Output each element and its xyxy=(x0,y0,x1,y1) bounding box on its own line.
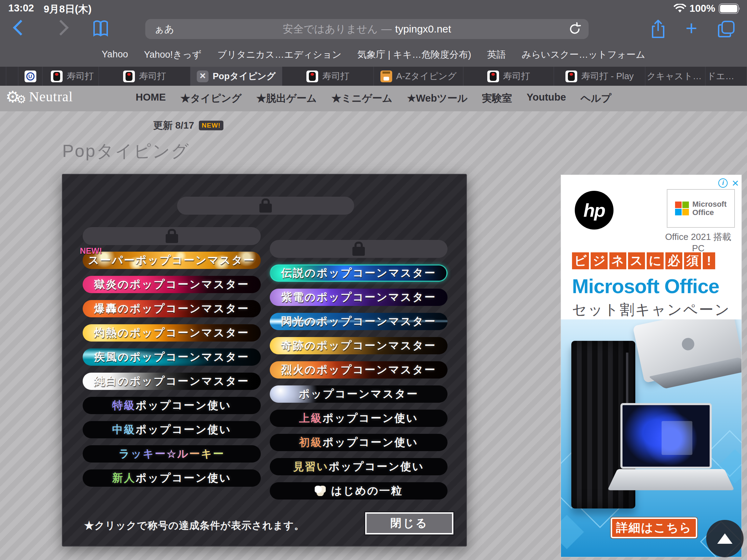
rank-button[interactable]: 奇跡のポップコーンマスター xyxy=(270,337,448,354)
rank-label-segment: ポップコーンマスター xyxy=(299,387,418,401)
modal-footer-note: ★クリックで称号の達成条件が表示されます。 xyxy=(84,519,304,533)
rank-button[interactable]: ポップコーンマスター xyxy=(270,385,448,403)
ad-cta-button[interactable]: 詳細はこちら xyxy=(611,517,697,538)
sushi-favicon xyxy=(487,71,499,82)
banner-tile: ネ xyxy=(609,252,626,269)
url-display: 安全ではありません—typingx0.net xyxy=(145,22,589,36)
tab[interactable] xyxy=(6,67,18,86)
fox-favicon xyxy=(380,71,392,82)
banner-tile: ! xyxy=(703,252,715,269)
rank-label-segment: ポップコーン使い xyxy=(323,411,418,426)
rank-button[interactable]: 閃光のポップコーンマスター xyxy=(270,313,448,330)
favorite-item[interactable]: 英語 xyxy=(487,48,506,61)
nav-item[interactable]: Youtube xyxy=(527,92,566,105)
tab[interactable]: 寿司打 xyxy=(282,67,374,86)
rank-button[interactable]: 純白のポップコーンマスター xyxy=(83,373,261,390)
rank-label-segment: ☆ xyxy=(166,448,177,460)
tab-close-icon[interactable] xyxy=(197,71,209,82)
tab-bar: 寿司打寿司打Popタイピング寿司打A-Zタイピング寿司打寿司打 - Playクキ… xyxy=(0,67,747,86)
tab[interactable]: 寿司打 xyxy=(43,67,99,86)
rank-button[interactable]: 烈火のポップコーンマスター xyxy=(270,361,448,379)
rank-label-segment: ー xyxy=(155,447,166,461)
favorite-item[interactable]: ブリタニカス…エディション xyxy=(218,48,342,61)
rank-button[interactable]: ラッキー☆ルーキー xyxy=(83,445,261,463)
tab-active[interactable]: Popタイピング xyxy=(191,67,282,86)
rank-label-segment: 中級 xyxy=(112,422,136,437)
nav-item[interactable]: ★脱出ゲーム xyxy=(256,92,317,105)
favorite-item[interactable]: みらいスクー…ットフォーム xyxy=(522,48,645,61)
scroll-top-button[interactable] xyxy=(706,520,744,557)
tabs-overview-icon[interactable] xyxy=(717,20,735,38)
nav-item[interactable]: ★Webツール xyxy=(407,92,468,105)
ad-subheadline: セット割キャンペーン xyxy=(572,300,730,319)
tab-label: ドエ… xyxy=(707,70,734,82)
rank-button[interactable]: スーパーポップコーンマスターNEW! xyxy=(83,252,261,269)
forward-button[interactable] xyxy=(53,20,68,35)
site-logo[interactable]: ⚙ ⚙ Neutral xyxy=(6,88,73,105)
popcorn-icon xyxy=(315,486,326,496)
tab-label: クキャスト… xyxy=(647,70,702,82)
ad-close-icon[interactable]: × xyxy=(732,177,739,189)
browser-toolbar: ぁあ 安全ではありません—typingx0.net + xyxy=(0,16,747,42)
rank-button[interactable]: 灼熱のポップコーンマスター xyxy=(83,324,261,342)
tab[interactable] xyxy=(0,67,6,86)
nav-item[interactable]: ★タイピング xyxy=(180,92,241,105)
tab[interactable]: 寿司打 - Play xyxy=(554,67,645,86)
tab-label: 寿司打 xyxy=(322,70,349,82)
rank-button[interactable]: 獄炎のポップコーンマスター xyxy=(83,276,261,293)
favorite-item[interactable]: Yahoo!きっず xyxy=(144,48,201,61)
ad-info-icon[interactable]: i xyxy=(718,178,728,188)
new-tab-icon[interactable]: + xyxy=(685,18,697,38)
favorite-item[interactable]: Yahoo xyxy=(102,49,128,60)
rank-label-segment: ー xyxy=(213,447,225,461)
tab[interactable]: クキャスト… xyxy=(645,67,706,86)
bookmarks-icon[interactable] xyxy=(93,20,109,37)
tab[interactable]: ドエ… xyxy=(706,67,747,86)
locked-rank-slot xyxy=(177,197,354,215)
tab-label: A-Zタイピング xyxy=(396,70,457,82)
rank-label-segment: ッ xyxy=(131,447,143,461)
tab[interactable]: 寿司打 xyxy=(463,67,554,86)
rank-button[interactable]: 新人ポップコーン使い xyxy=(83,469,261,487)
clock: 13:02 xyxy=(8,2,34,16)
page-content: 更新 8/17 NEW! Popタイピング スーパーポップコーンマスターNEW!… xyxy=(0,111,747,560)
hp-advertisement[interactable]: i × hp Microsoft Office Office 2021 搭載PC… xyxy=(561,175,742,557)
update-label: 更新 8/17 xyxy=(153,119,194,132)
sushi-favicon xyxy=(51,71,63,82)
rank-button[interactable]: 中級ポップコーン使い xyxy=(83,421,261,438)
rank-button[interactable]: 伝説のポップコーンマスター xyxy=(270,264,448,282)
ad-headline: Microsoft Office xyxy=(572,274,719,298)
nav-item[interactable]: ヘルプ xyxy=(581,92,611,105)
rank-button[interactable]: はじめの一粒 xyxy=(270,482,448,500)
nav-item[interactable]: ★ミニゲーム xyxy=(331,92,393,105)
back-button[interactable] xyxy=(13,20,28,35)
rank-label-segment: 奇跡のポップコーンマスター xyxy=(281,338,436,353)
rank-button[interactable]: 特級ポップコーン使い xyxy=(83,397,261,414)
rank-label-segment: キ xyxy=(143,447,155,461)
rank-label-segment: ポップコーン使い xyxy=(329,459,424,474)
tab-label: 寿司打 xyxy=(503,70,530,82)
rank-button[interactable]: 疾風のポップコーンマスター xyxy=(83,348,261,366)
banner-tile: ビ xyxy=(572,252,589,269)
rank-button[interactable]: 見習いポップコーン使い xyxy=(270,458,448,475)
rank-button[interactable]: 初級ポップコーン使い xyxy=(270,434,448,451)
tab[interactable]: A-Zタイピング xyxy=(374,67,463,86)
rank-label-segment: ポップコーン使い xyxy=(323,435,418,450)
adchoices: i × xyxy=(718,177,739,189)
tab[interactable]: 寿司打 xyxy=(99,67,191,86)
nav-item[interactable]: 実験室 xyxy=(482,92,512,105)
share-icon[interactable] xyxy=(651,19,665,39)
close-button[interactable]: 閉じる xyxy=(365,512,453,534)
rank-button[interactable]: 爆轟のポップコーンマスター xyxy=(83,300,261,317)
address-bar[interactable]: ぁあ 安全ではありません—typingx0.net xyxy=(145,19,589,39)
rank-button[interactable]: 上級ポップコーン使い xyxy=(270,410,448,427)
office-logo-line1: Microsoft xyxy=(692,200,727,208)
office-logo-line2: Office xyxy=(692,208,727,217)
sushi-favicon xyxy=(123,71,135,82)
nav-item[interactable]: HOME xyxy=(136,92,166,105)
rank-button[interactable]: 紫電のポップコーンマスター xyxy=(270,289,448,306)
favorite-item[interactable]: 気象庁 | キキ…危険度分布) xyxy=(357,48,471,61)
tab[interactable] xyxy=(18,67,43,86)
reader-button[interactable]: ぁあ xyxy=(154,22,174,36)
reload-icon[interactable] xyxy=(568,22,582,36)
